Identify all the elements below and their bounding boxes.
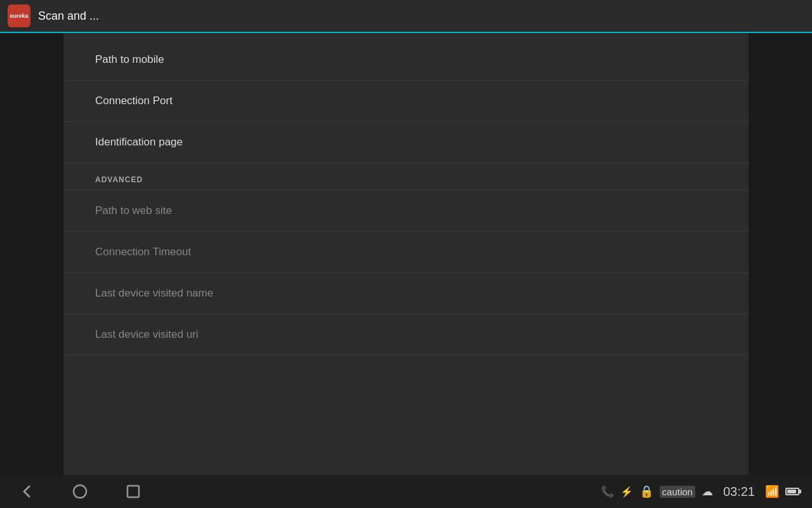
settings-item-last-device-visited-name[interactable]: Last device visited name — [63, 273, 749, 314]
top-bar: eureka Scan and ... — [0, 0, 812, 33]
svg-point-0 — [74, 485, 86, 498]
settings-panel: Path to mobile Connection Port Identific… — [63, 33, 749, 475]
wifi-icon: 📶 — [765, 485, 779, 498]
back-button[interactable] — [13, 478, 41, 505]
home-button[interactable] — [66, 478, 94, 505]
settings-list: Path to mobile Connection Port Identific… — [63, 33, 749, 362]
section-header-advanced: ADVANCED — [63, 163, 749, 190]
app-title: Scan and ... — [38, 10, 99, 23]
settings-item-path-to-mobile[interactable]: Path to mobile — [63, 39, 749, 81]
recents-icon — [126, 484, 141, 499]
usb-icon: ⚡ — [620, 486, 633, 498]
battery-icon — [785, 488, 799, 495]
back-icon — [18, 483, 36, 500]
settings-item-connection-port[interactable]: Connection Port — [63, 81, 749, 122]
phone-icon: 📞 — [601, 485, 614, 498]
bottom-nav-bar: 📞 ⚡ 🔒 caution ☁ 03:21 📶 — [0, 475, 812, 508]
security-icon: 🔒 — [639, 485, 653, 498]
status-time: 03:21 — [723, 485, 755, 499]
caution-icon: caution — [660, 486, 695, 498]
settings-item-path-to-web-site[interactable]: Path to web site — [63, 190, 749, 232]
settings-item-identification-page[interactable]: Identification page — [63, 122, 749, 163]
app-icon: eureka — [8, 4, 30, 27]
settings-item-connection-timeout[interactable]: Connection Timeout — [63, 232, 749, 273]
settings-item-last-device-visited-uri[interactable]: Last device visited uri — [63, 314, 749, 356]
cloud-icon: ☁ — [702, 485, 713, 498]
nav-buttons — [13, 478, 147, 505]
svg-rect-1 — [128, 486, 139, 497]
recents-button[interactable] — [119, 478, 147, 505]
home-icon — [72, 483, 88, 500]
status-icons: 📞 ⚡ 🔒 caution ☁ 03:21 📶 — [601, 485, 799, 499]
